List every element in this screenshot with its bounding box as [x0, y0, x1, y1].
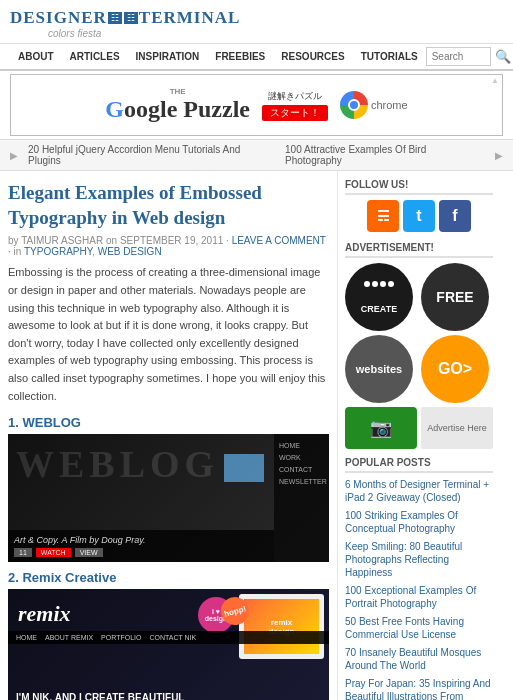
weblog-menu-work: WORK: [279, 454, 324, 461]
japanese-section: 謎解きパズル スタート！: [262, 90, 328, 121]
section-1-title: 1. WEBLOG: [8, 415, 329, 430]
banner-ad: ▲ THE Google Puzzle 謎解きパズル スタート！ chrome: [0, 71, 513, 140]
g-letter: G: [105, 96, 124, 123]
nav-articles[interactable]: ARTICLES: [62, 44, 128, 69]
article-meta: by TAIMUR ASGHAR on SEPTEMBER 19, 2011 ·…: [8, 235, 329, 257]
chrome-icon: [340, 91, 368, 119]
websites-label: websites: [356, 363, 402, 375]
meta-comment[interactable]: LEAVE A COMMENT: [232, 235, 326, 246]
weblog-right-panel: HOME WORK CONTACT NEWSLETTER: [274, 434, 329, 562]
ad-section-1: ADVERTISEMENT! CREATE FREE websites: [345, 242, 493, 449]
japanese-text: 謎解きパズル: [268, 90, 322, 103]
ticker: ▶ 20 Helpful jQuery Accordion Menu Tutor…: [0, 140, 513, 171]
weblog-menu-contact: CONTACT: [279, 466, 324, 473]
meta-cat2[interactable]: WEB DESIGN: [98, 246, 162, 257]
chrome-section: chrome: [340, 91, 408, 119]
ad-circle-websites[interactable]: websites: [345, 335, 413, 403]
social-icons: ☴ t f: [345, 200, 493, 232]
popular-post-6[interactable]: 70 Insanely Beautiful Mosques Around The…: [345, 646, 493, 672]
weblog-btn1[interactable]: 11: [14, 548, 32, 557]
weblog-film-title: Art & Copy. A Film by Doug Pray.: [14, 535, 268, 545]
deposit-photos-btn[interactable]: 📷: [345, 407, 417, 449]
chrome-inner: [348, 99, 360, 111]
google-puzzle-text: Google Puzzle: [105, 96, 250, 123]
free-label: FREE: [436, 289, 473, 305]
popular-post-7[interactable]: Pray For Japan: 35 Inspiring And Beautif…: [345, 677, 493, 700]
logo-terminal: TERMINAL: [139, 8, 241, 28]
go-label: GO>: [438, 360, 472, 378]
search-button[interactable]: 🔍: [495, 49, 511, 64]
ad-row-2: 📷 Advertise Here: [345, 407, 493, 449]
section-1: 1. WEBLOG WEBLOG HOME WORK CONTACT NEWSL…: [8, 415, 329, 562]
remix-image[interactable]: remix i ♥design remixdesign hopp! I'M NI…: [8, 589, 329, 700]
popular-post-4[interactable]: 100 Exceptional Examples Of Portrait Pho…: [345, 584, 493, 610]
weblog-btn2[interactable]: WATCH: [36, 548, 71, 557]
nav-resources[interactable]: RESOURCES: [273, 44, 352, 69]
nav-freebies[interactable]: FREEBIES: [207, 44, 273, 69]
twitter-icon[interactable]: t: [403, 200, 435, 232]
ad-circle-go[interactable]: GO>: [421, 335, 489, 403]
section-2: 2. Remix Creative remix i ♥design remixd…: [8, 570, 329, 700]
ad-title-1: ADVERTISEMENT!: [345, 242, 493, 258]
nav-about[interactable]: ABOUT: [10, 44, 62, 69]
remix-nav-home: HOME: [16, 634, 37, 641]
search-area: 🔍: [426, 47, 511, 66]
content-area: Elegant Examples of Embossed Typography …: [0, 171, 338, 700]
chrome-label: chrome: [371, 99, 408, 111]
weblog-blue-sq: [224, 454, 264, 482]
meta-cat1[interactable]: TYPOGRAPHY: [24, 246, 92, 257]
remix-nav-contact: CONTACT NIK: [149, 634, 196, 641]
meta-in: in: [14, 246, 22, 257]
ad-circle-free[interactable]: FREE: [421, 263, 489, 331]
remix-nav-about: ABOUT REMIX: [45, 634, 93, 641]
remix-navbar: HOME ABOUT REMIX PORTFOLIO CONTACT NIK: [8, 631, 329, 644]
advertise-here-btn[interactable]: Advertise Here: [421, 407, 493, 449]
article-body: Embossing is the process of creating a t…: [8, 264, 329, 405]
weblog-big-text: WEBLOG: [16, 442, 219, 486]
logo-icon: ☷: [108, 12, 122, 24]
nav-tutorials[interactable]: TUTORIALS: [353, 44, 426, 69]
popular-title: POPULAR POSTS: [345, 457, 493, 473]
remix-laptop: remixdesign: [239, 594, 324, 659]
popular-post-1[interactable]: 6 Months of Designer Terminal + iPad 2 G…: [345, 478, 493, 504]
follow-title: FOLLOW US!: [345, 179, 493, 195]
advertise-label: Advertise Here: [427, 423, 487, 433]
banner-ad-inner: ▲ THE Google Puzzle 謎解きパズル スタート！ chrome: [10, 74, 503, 136]
popular-post-3[interactable]: Keep Smiling: 80 Beautiful Photographs R…: [345, 540, 493, 579]
sidebar: FOLLOW US! ☴ t f ADVERTISEMENT! CREA: [338, 171, 500, 700]
ticker-item-1[interactable]: 20 Helpful jQuery Accordion Menu Tutoria…: [28, 144, 275, 166]
weblog-film-btns: 11 WATCH VIEW: [14, 548, 268, 557]
ad-circles-grid: CREATE FREE websites GO>: [345, 263, 493, 403]
weblog-image[interactable]: WEBLOG HOME WORK CONTACT NEWSLETTER Art …: [8, 434, 329, 562]
article-title: Elegant Examples of Embossed Typography …: [8, 181, 329, 230]
main: Elegant Examples of Embossed Typography …: [0, 171, 513, 700]
nav-links: ABOUT ARTICLES INSPIRATION FREEBIES RESO…: [10, 44, 426, 69]
search-input[interactable]: [426, 47, 491, 66]
the-label: THE: [170, 87, 186, 96]
ad-circle-create[interactable]: CREATE: [345, 263, 413, 331]
create-label: CREATE: [361, 304, 397, 314]
start-btn[interactable]: スタート！: [262, 105, 328, 121]
remix-logo: remix: [18, 601, 71, 627]
logo-icon2: ☷: [124, 12, 138, 24]
logo-text: DESIGNER ☷ ☷ TERMINAL: [10, 8, 240, 28]
puzzle-logo: THE Google Puzzle: [105, 87, 250, 123]
popular-post-2[interactable]: 100 Striking Examples Of Conceptual Phot…: [345, 509, 493, 535]
popular-post-5[interactable]: 50 Best Free Fonts Having Commercial Use…: [345, 615, 493, 641]
tick-icon-2: ▶: [495, 150, 503, 161]
ticker-item-2[interactable]: 100 Attractive Examples Of Bird Photogra…: [285, 144, 485, 166]
puzzle-rest: oogle Puzzle: [124, 96, 250, 123]
nav: ABOUT ARTICLES INSPIRATION FREEBIES RESO…: [0, 44, 513, 71]
nav-inspiration[interactable]: INSPIRATION: [128, 44, 208, 69]
popular-section: POPULAR POSTS 6 Months of Designer Termi…: [345, 457, 493, 700]
weblog-btn3[interactable]: VIEW: [75, 548, 103, 557]
weblog-menu-home: HOME: [279, 442, 324, 449]
logo-tagline: colors fiesta: [48, 28, 101, 39]
logo: DESIGNER ☷ ☷ TERMINAL colors fiesta: [10, 8, 503, 39]
facebook-icon[interactable]: f: [439, 200, 471, 232]
rss-icon[interactable]: ☴: [367, 200, 399, 232]
remix-laptop-screen: remixdesign: [244, 599, 319, 654]
follow-section: FOLLOW US! ☴ t f: [345, 179, 493, 232]
section-2-title: 2. Remix Creative: [8, 570, 329, 585]
remix-nav-portfolio: PORTFOLIO: [101, 634, 141, 641]
